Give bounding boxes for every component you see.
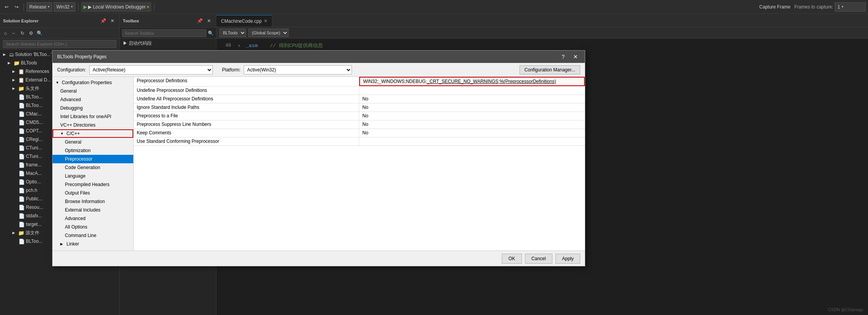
watermark: CSDN @CDanogu <box>828 307 863 312</box>
dialog-ok-btn[interactable]: OK <box>502 254 521 264</box>
platform-select[interactable]: Active(Win32) <box>244 65 352 75</box>
tree-icon-target: 📄 <box>19 222 25 227</box>
prop-tree-item-codegen[interactable]: Code Generation <box>53 163 133 172</box>
tree-label: frame... <box>26 162 42 168</box>
prop-tree-item-debugging[interactable]: Debugging <box>53 104 133 112</box>
prop-row-suppress-line[interactable]: Preprocess Suppress Line Numbers No <box>134 120 585 129</box>
se-filter-btn[interactable]: ⚙ <box>27 29 35 37</box>
prop-tree-label-outputfiles: Output Files <box>65 190 90 196</box>
config-dropdown[interactable]: Release ▾ <box>27 2 52 12</box>
toolbox-search-input[interactable] <box>122 29 206 37</box>
prop-tree-item-preprocessor[interactable]: Preprocessor <box>53 155 133 163</box>
tree-label: pch.h <box>26 188 37 193</box>
tree-label: CRegi... <box>26 137 42 142</box>
prop-row-undefine[interactable]: Undefine Preprocessor Definitions <box>134 86 585 95</box>
tree-icon-references: 📋 <box>18 69 24 75</box>
prop-row-preprocessor-defs[interactable]: Preprocessor Definitions WIN32;_WINDOWS;… <box>134 77 585 86</box>
editor-file-select[interactable]: BLTools <box>219 29 246 37</box>
tree-label: Optio... <box>26 179 41 185</box>
prop-tree-label-preprocessor: Preprocessor <box>65 156 92 162</box>
config-select[interactable]: Active(Release) <box>89 65 213 75</box>
prop-tree-item-cpp[interactable]: ▼ C/C++ <box>53 129 133 138</box>
prop-value-keep-comments: No <box>359 129 585 137</box>
prop-tree-item-advanced[interactable]: Advanced <box>53 95 133 104</box>
prop-tree-item-cpp-advanced[interactable]: Advanced <box>53 214 133 223</box>
prop-value-undefine-all: No <box>359 95 585 103</box>
dialog-apply-btn[interactable]: Apply <box>555 254 580 264</box>
prop-tree-item-optimization[interactable]: Optimization <box>53 146 133 155</box>
se-pin-btn[interactable]: 📌 <box>99 17 107 25</box>
se-refresh-btn[interactable]: ↻ <box>19 29 26 37</box>
prop-tree-item-general[interactable]: General <box>53 87 133 95</box>
prop-tree-item-intel[interactable]: Intel Libraries for oneAPI <box>53 112 133 121</box>
tree-label: COPT... <box>26 128 42 134</box>
tree-arrow-external: ▶ <box>12 78 17 82</box>
prop-name-std-conforming: Use Standard Conforming Preprocessor <box>134 137 359 146</box>
prop-tree-item-outputfiles[interactable]: Output Files <box>53 189 133 197</box>
prop-row-preprocess-file[interactable]: Preprocess to a File No <box>134 112 585 120</box>
tree-label: stdafx... <box>26 213 42 218</box>
prop-row-ignore-std[interactable]: Ignore Standard Include Paths No <box>134 103 585 112</box>
prop-tree-item-cpp-general[interactable]: General <box>53 138 133 146</box>
se-search-input[interactable] <box>3 40 116 48</box>
tree-icon-external: 📋 <box>18 77 24 83</box>
tree-label: BLToo... <box>26 94 42 100</box>
toolbar-sep-3 <box>154 3 155 11</box>
prop-name-undefine-all: Undefine All Preprocessor Definitions <box>134 95 359 103</box>
tree-icon-headers: 📁 <box>18 86 24 91</box>
toolbox-pin-btn[interactable]: 📌 <box>196 17 204 25</box>
prop-tree-item-linker[interactable]: ▶ Linker <box>53 240 133 248</box>
tree-icon-frame: 📄 <box>19 162 25 168</box>
prop-tree-item-browse[interactable]: Browse Information <box>53 197 133 206</box>
toolbox-section-startup[interactable]: ▶ 启动代码段 <box>120 39 216 48</box>
frames-input[interactable]: 1 ▾ <box>835 2 866 12</box>
dialog-close-btn[interactable]: ✕ <box>571 52 580 61</box>
property-grid: Preprocessor Definitions WIN32;_WINDOWS;… <box>134 77 585 251</box>
prop-tree-arrow-cpp: ▼ <box>60 132 65 135</box>
dialog-config-bar: Configuration: Active(Release) Platform:… <box>53 63 585 77</box>
prop-tree-item-language[interactable]: Language <box>53 172 133 180</box>
tab-close-cmachinecode[interactable]: ✕ <box>264 19 267 24</box>
se-search-btn[interactable]: 🔍 <box>36 29 43 37</box>
tree-arrow-solution: ▶ <box>3 52 8 56</box>
prop-tree-label-language: Language <box>65 173 85 179</box>
se-close-btn[interactable]: ✕ <box>109 17 116 25</box>
prop-tree-item-configprops[interactable]: ▼ Configuration Properties <box>53 78 133 87</box>
prop-name-preprocessor-defs: Preprocessor Definitions <box>134 77 359 86</box>
tree-arrow-references: ▶ <box>12 69 17 73</box>
prop-name-keep-comments: Keep Comments <box>134 129 359 137</box>
tree-label-solution: Solution 'BLToo...' <box>15 52 51 57</box>
run-button[interactable]: ▶ ▶ Local Windows Debugger ▾ <box>81 2 151 12</box>
editor-tab-bar: CMachineCode.cpp ✕ <box>216 14 868 27</box>
tree-icon-ctuni2: 📄 <box>19 154 25 159</box>
prop-tree-label-cmdline: Command Line <box>65 233 96 238</box>
prop-tree-item-extincludes[interactable]: External Includes <box>53 206 133 214</box>
prop-name-undefine: Undefine Preprocessor Definitions <box>134 86 359 95</box>
prop-value-ignore-std: No <box>359 103 585 112</box>
prop-row-std-conforming[interactable]: Use Standard Conforming Preprocessor <box>134 137 585 146</box>
prop-tree-item-cmdline[interactable]: Command Line <box>53 231 133 240</box>
platform-dropdown[interactable]: Win32 ▾ <box>54 2 75 12</box>
prop-tree-item-precompiled[interactable]: Precompiled Headers <box>53 180 133 189</box>
se-home-btn[interactable]: ⌂ <box>2 29 9 37</box>
tab-cmachinemcode[interactable]: CMachineCode.cpp ✕ <box>216 15 272 27</box>
editor-scope-select[interactable]: (Global Scope) <box>248 29 289 37</box>
dialog-help-btn[interactable]: ? <box>559 52 568 61</box>
editor-toolbar: BLTools (Global Scope) <box>216 27 868 39</box>
dialog-cancel-btn[interactable]: Cancel <box>525 254 552 264</box>
tree-label-external: External D... <box>25 77 51 83</box>
toolbox-close-btn[interactable]: ✕ <box>205 17 213 25</box>
toolbar-undo[interactable]: ↩ <box>2 2 11 12</box>
prop-tree-label-advanced: Advanced <box>60 97 81 102</box>
toolbar-redo[interactable]: ↪ <box>12 2 21 12</box>
config-manager-btn[interactable]: Configuration Manager... <box>520 65 580 75</box>
prop-tree-item-alloptions[interactable]: All Options <box>53 223 133 231</box>
prop-row-keep-comments[interactable]: Keep Comments No <box>134 129 585 137</box>
prop-row-undefine-all[interactable]: Undefine All Preprocessor Definitions No <box>134 95 585 103</box>
prop-tree-arrow-configprops: ▼ <box>56 81 60 85</box>
prop-value-suppress-line: No <box>359 120 585 129</box>
se-back-btn[interactable]: ← <box>10 29 18 37</box>
tree-icon-bltoo2: 📄 <box>19 103 25 108</box>
capture-frame-btn[interactable]: Capture Frame <box>757 2 793 12</box>
prop-tree-item-vcpp[interactable]: VC++ Directories <box>53 121 133 129</box>
